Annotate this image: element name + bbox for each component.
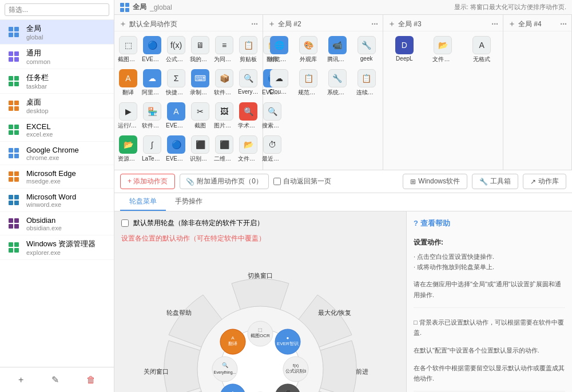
- sidebar-item-global[interactable]: 全局global: [0, 20, 114, 45]
- disable-wheel-checkbox[interactable]: [121, 219, 129, 227]
- action-icon-0-1[interactable]: 🔵EVER智识: [141, 34, 164, 66]
- sidebar-item-chrome[interactable]: Google Chromechrome.exe: [0, 142, 114, 165]
- action-icon-0-19[interactable]: 🔍学术搜索...: [237, 100, 260, 132]
- tab-add-icon-1[interactable]: ＋: [268, 19, 276, 29]
- action-icon-0-10[interactable]: ⌨录制键盘: [189, 67, 212, 99]
- sidebar-name-edge: Microsoft Edge: [26, 169, 76, 178]
- action-icon-0-4[interactable]: ≡为同类文...: [213, 34, 236, 66]
- action-icon-2-0[interactable]: DDeepL: [386, 34, 423, 66]
- sidebar-item-excel[interactable]: EXCELexcel.exe: [0, 118, 114, 142]
- tab-more-3[interactable]: ···: [560, 19, 567, 29]
- action-icon-0-25[interactable]: ⬛二维码工具: [213, 133, 236, 165]
- sidebar-list: 全局global通用common任务栏taskbar桌面desktopEXCEL…: [0, 20, 114, 367]
- tab-more-1[interactable]: ···: [371, 19, 378, 29]
- action-icon-0-26[interactable]: 📂文件分类: [237, 133, 260, 165]
- action-icon-0-24[interactable]: ⬛识别二维码: [189, 133, 212, 165]
- sidebar-icon-chrome: [6, 145, 22, 161]
- action-icon-0-5[interactable]: 📋剪贴板: [237, 34, 260, 66]
- help-link[interactable]: ? 查看帮助: [414, 218, 565, 229]
- action-icon-0-11[interactable]: 📦软件管理...: [213, 67, 236, 99]
- action-icon-label-0-17: 截图: [194, 122, 206, 130]
- action-icon-img-0-0: ⬚: [119, 36, 137, 54]
- action-icon-0-12[interactable]: 🔍Everythi...: [237, 67, 260, 99]
- sidebar-icon-taskbar: [6, 73, 22, 89]
- action-icon-2-2[interactable]: A无格式: [463, 34, 500, 66]
- sidebar-item-obsidian[interactable]: Obsidianobsidian.exe: [0, 212, 114, 235]
- toolbox-button[interactable]: 🔧 工具箱: [472, 174, 518, 189]
- action-icon-label-1-7: 连续复制...: [356, 89, 377, 97]
- sidebar-item-explorer[interactable]: Windows 资源管理器explorer.exe: [0, 235, 114, 260]
- sidebar-item-common[interactable]: 通用common: [0, 45, 114, 69]
- action-icon-0-2[interactable]: f(x)公式识别3: [165, 34, 188, 66]
- tab-add-icon-3[interactable]: ＋: [508, 19, 516, 29]
- action-icon-0-21[interactable]: 📂资源管理: [117, 133, 140, 165]
- action-icon-1-2[interactable]: 📹腾讯会议: [324, 34, 352, 66]
- action-icon-img-0-16: A: [167, 102, 185, 121]
- sidebar-item-edge[interactable]: Microsoft Edgemsedge.exe: [0, 165, 114, 189]
- action-icon-label-0-5: 剪贴板: [240, 55, 257, 63]
- wheel-disable-row: 默认禁用轮盘（除非在特定的软件下开启）: [121, 218, 399, 228]
- sidebar-footer: + ✎ 🗑: [0, 367, 114, 392]
- action-icon-label-0-11: 软件管理...: [214, 89, 235, 97]
- tab-add-icon-0[interactable]: ＋: [119, 19, 127, 29]
- tab-more-0[interactable]: ···: [251, 19, 258, 29]
- action-icon-1-1[interactable]: 🎨外观库: [295, 34, 323, 66]
- edit-item-button[interactable]: ✎: [47, 372, 63, 387]
- action-icon-img-0-21: 📂: [119, 135, 137, 154]
- disable-wheel-label: 默认禁用轮盘（除非在特定的软件下开启）: [133, 218, 264, 228]
- sidebar-icon-word: [6, 192, 22, 208]
- setup-text: · 点击空白位置设置快捷操作. · 或将动作拖放到轮盘菜单上.: [414, 252, 565, 272]
- topbar: 全局 _global 显示: 将窗口最大化可以方便排序动作页.: [114, 0, 572, 15]
- action-icon-1-3[interactable]: 🔧geek: [352, 34, 380, 66]
- auto-back-label[interactable]: 自动返回第一页: [273, 177, 331, 186]
- sidebar-item-word[interactable]: Microsoft Wordwinword.exe: [0, 189, 114, 212]
- action-icon-1-4[interactable]: ☁CloudSync: [265, 67, 293, 99]
- action-icon-0-18[interactable]: 🖼图片压缩: [213, 100, 236, 132]
- action-icon-1-5[interactable]: 📋规范粘贴: [295, 67, 323, 99]
- action-icon-0-16[interactable]: AEVER翻译: [165, 100, 188, 132]
- tab-more-2[interactable]: ···: [491, 19, 498, 29]
- action-icon-1-6[interactable]: 🔧系统工具箱: [324, 67, 352, 99]
- action-icon-0-8[interactable]: ☁阿里云盘: [141, 67, 164, 99]
- action-icon-0-22[interactable]: ∫LaTeX公...: [141, 133, 164, 165]
- action-icon-1-7[interactable]: 📋连续复制...: [352, 67, 380, 99]
- action-icon-0-0[interactable]: ⬚截图OCR: [117, 34, 140, 66]
- action-icon-0-3[interactable]: 🖥我的电脑: [189, 34, 212, 66]
- tab-gesture[interactable]: 手势操作: [166, 193, 212, 211]
- filter-input[interactable]: [5, 3, 109, 16]
- delete-item-button[interactable]: 🗑: [82, 372, 100, 387]
- tab-add-icon-2[interactable]: ＋: [388, 19, 396, 29]
- action-lib-button[interactable]: ↗ 动作库: [523, 174, 566, 189]
- divider-2: [414, 391, 565, 391]
- sidebar-icon-common: [6, 49, 22, 65]
- action-icon-0-9[interactable]: Σ快捷统计: [165, 67, 188, 99]
- action-icon-2-1[interactable]: 📂文件分类: [424, 34, 462, 66]
- windows-software-button[interactable]: ⊞ Windows软件: [403, 174, 467, 189]
- action-icon-0-14[interactable]: ▶运行/终中...: [117, 100, 140, 132]
- action-icon-0-7[interactable]: A翻译: [117, 67, 140, 99]
- sidebar-item-desktop[interactable]: 桌面desktop: [0, 94, 114, 118]
- sidebar-item-taskbar[interactable]: 任务栏taskbar: [0, 69, 114, 94]
- svg-text:前进: 前进: [356, 368, 368, 375]
- action-icon-label-0-0: 截图OCR: [118, 55, 138, 63]
- sidebar-name-common: 通用: [26, 48, 50, 58]
- action-icon-label-0-8: 阿里云盘: [142, 89, 162, 97]
- attach-button[interactable]: 📎 附加通用动作页（0）: [180, 174, 269, 189]
- setup-title: 设置动作:: [414, 238, 565, 247]
- sidebar-name-explorer: Windows 资源管理器: [26, 239, 96, 249]
- action-icon-0-15[interactable]: 🏪软件商店: [141, 100, 164, 132]
- action-icon-0-23[interactable]: 🔵EVER录...: [165, 133, 188, 165]
- auto-back-checkbox[interactable]: [273, 178, 281, 185]
- action-icon-label-2-0: DeepL: [396, 55, 412, 62]
- action-icon-img-0-15: 🏪: [143, 102, 161, 121]
- action-icon-label-0-12: Everythi...: [238, 89, 259, 95]
- tab-wheel[interactable]: 轮盘菜单: [120, 193, 166, 211]
- action-icon-0-17[interactable]: ✂截图: [189, 100, 212, 132]
- add-action-button[interactable]: + 添加动作页: [120, 174, 175, 189]
- action-icon-label-0-24: 识别二维码: [190, 155, 210, 163]
- action-icon-label-1-2: 腾讯会议: [327, 55, 348, 63]
- action-icon-1-0[interactable]: 🌐浏览程序...: [265, 34, 293, 66]
- add-item-button[interactable]: +: [14, 372, 28, 387]
- sidebar-filter[interactable]: [0, 0, 114, 20]
- sidebar-name-obsidian: Obsidian: [26, 216, 62, 225]
